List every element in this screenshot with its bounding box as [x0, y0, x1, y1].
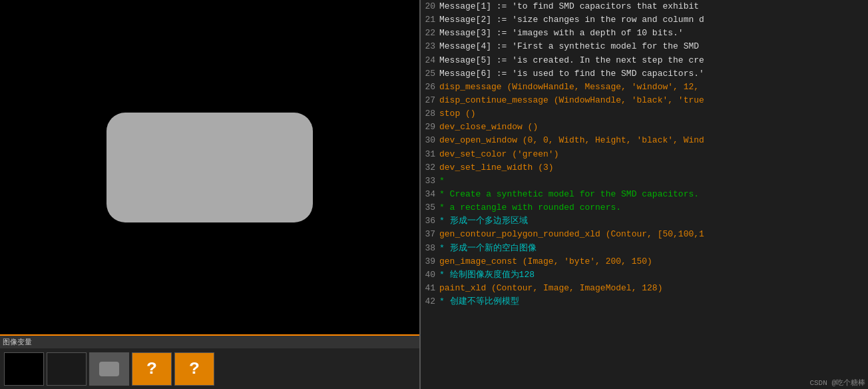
code-editor[interactable]: 20Message[1] := 'to find SMD capacitors …	[421, 0, 868, 389]
line-content: stop ()	[439, 107, 476, 121]
line-content: * 创建不等比例模型	[439, 295, 519, 308]
watermark: CSDN @吃个糖棒	[809, 378, 865, 388]
line-number: 31	[421, 148, 439, 161]
line-content: Message[5] := 'is created. In the next s…	[439, 54, 704, 67]
line-number: 20	[421, 0, 439, 13]
line-number: 30	[421, 134, 439, 147]
code-line: 29dev_close_window ()	[421, 121, 868, 134]
image-viewport[interactable]	[0, 0, 419, 334]
line-number: 39	[421, 255, 439, 268]
question-mark-2: ?	[189, 359, 200, 379]
line-content: gen_contour_polygon_rounded_xld (Contour…	[439, 228, 704, 241]
question-mark-1: ?	[146, 359, 157, 379]
line-number: 29	[421, 121, 439, 134]
code-line: 40* 绘制图像灰度值为128	[421, 268, 868, 282]
line-content: dev_close_window ()	[439, 121, 538, 134]
line-number: 27	[421, 94, 439, 107]
line-content: * 形成一个新的空白图像	[439, 242, 537, 255]
line-content: * a rectangle with rounded corners.	[439, 201, 621, 214]
code-line: 26disp_message (WindowHandle, Message, '…	[421, 81, 868, 94]
line-number: 28	[421, 107, 439, 121]
code-line: 38* 形成一个新的空白图像	[421, 242, 868, 255]
line-number: 33	[421, 175, 439, 188]
thumbnails-row: ? ?	[0, 348, 419, 389]
code-line: 20Message[1] := 'to find SMD capacitors …	[421, 0, 868, 13]
code-line: 25Message[6] := 'is used to find the SMD…	[421, 67, 868, 81]
line-number: 24	[421, 54, 439, 67]
code-line: 31dev_set_color ('green')	[421, 148, 868, 161]
thumbnail-4[interactable]: ?	[132, 352, 172, 386]
line-content: disp_message (WindowHandle, Message, 'wi…	[439, 81, 699, 94]
code-line: 33*	[421, 175, 868, 188]
rounded-rect-shape	[107, 113, 313, 222]
line-number: 34	[421, 188, 439, 201]
line-number: 23	[421, 40, 439, 53]
line-number: 38	[421, 242, 439, 255]
code-line: 30dev_open_window (0, 0, Width, Height, …	[421, 134, 868, 147]
line-number: 21	[421, 13, 439, 27]
line-content: gen_image_const (Image, 'byte', 200, 150…	[439, 255, 652, 268]
code-line: 24Message[5] := 'is created. In the next…	[421, 54, 868, 67]
line-content: dev_open_window (0, 0, Width, Height, 'b…	[439, 134, 704, 147]
line-content: disp_continue_message (WindowHandle, 'bl…	[439, 94, 704, 107]
bottom-bar: 图像变量 ? ?	[0, 334, 419, 389]
thumb-inner-shape	[99, 362, 119, 376]
line-content: Message[1] := 'to find SMD capacitors th…	[439, 0, 699, 13]
line-number: 25	[421, 67, 439, 81]
line-number: 22	[421, 27, 439, 40]
line-content: Message[3] := 'images with a depth of 10…	[439, 27, 684, 40]
line-number: 37	[421, 228, 439, 241]
line-content: paint_xld (Contour, Image, ImageModel, 1…	[439, 282, 662, 295]
line-number: 41	[421, 282, 439, 295]
line-content: *	[439, 175, 445, 188]
code-line: 32dev_set_line_width (3)	[421, 161, 868, 175]
thumbnail-3[interactable]	[89, 352, 129, 386]
code-line: 22Message[3] := 'images with a depth of …	[421, 27, 868, 40]
thumbnail-1[interactable]	[4, 352, 44, 386]
thumbnail-2[interactable]	[47, 352, 87, 386]
code-line: 37gen_contour_polygon_rounded_xld (Conto…	[421, 228, 868, 241]
code-line: 39gen_image_const (Image, 'byte', 200, 1…	[421, 255, 868, 268]
line-content: dev_set_line_width (3)	[439, 161, 554, 175]
line-number: 36	[421, 214, 439, 228]
line-content: Message[6] := 'is used to find the SMD c…	[439, 67, 704, 81]
code-line: 34* Create a synthetic model for the SMD…	[421, 188, 868, 201]
code-line: 28stop ()	[421, 107, 868, 121]
line-content: Message[2] := 'size changes in the row a…	[439, 13, 704, 27]
line-content: * 绘制图像灰度值为128	[439, 268, 535, 282]
line-number: 40	[421, 268, 439, 282]
code-line: 27disp_continue_message (WindowHandle, '…	[421, 94, 868, 107]
line-content: * Create a synthetic model for the SMD c…	[439, 188, 699, 201]
line-content: Message[4] := 'First a synthetic model f…	[439, 40, 699, 53]
code-line: 21Message[2] := 'size changes in the row…	[421, 13, 868, 27]
line-number: 26	[421, 81, 439, 94]
line-number: 42	[421, 295, 439, 308]
code-line: 35* a rectangle with rounded corners.	[421, 201, 868, 214]
code-line: 36* 形成一个多边形区域	[421, 214, 868, 228]
code-line: 41paint_xld (Contour, Image, ImageModel,…	[421, 282, 868, 295]
left-panel: 图像变量 ? ?	[0, 0, 421, 389]
code-line: 42* 创建不等比例模型	[421, 295, 868, 308]
line-content: * 形成一个多边形区域	[439, 214, 528, 228]
line-content: dev_set_color ('green')	[439, 148, 558, 161]
line-number: 35	[421, 201, 439, 214]
line-number: 32	[421, 161, 439, 175]
code-area[interactable]: 20Message[1] := 'to find SMD capacitors …	[421, 0, 868, 389]
code-line: 23Message[4] := 'First a synthetic model…	[421, 40, 868, 53]
thumbnail-5[interactable]: ?	[174, 352, 214, 386]
bottom-label: 图像变量	[0, 336, 419, 348]
